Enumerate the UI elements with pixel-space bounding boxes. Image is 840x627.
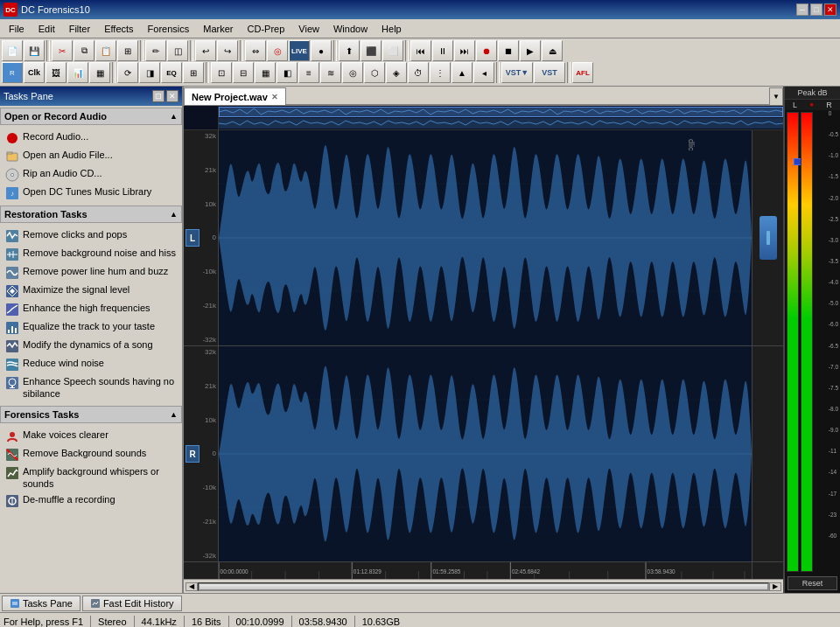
- pane-close-btn[interactable]: ✕: [166, 90, 178, 102]
- toolbar-fx1[interactable]: ⬛: [360, 40, 382, 61]
- toolbar-transport-play[interactable]: ▶: [520, 40, 541, 61]
- menu-file[interactable]: File: [2, 22, 32, 36]
- toolbar-paste[interactable]: 📋: [95, 40, 116, 61]
- toolbar-afl[interactable]: AFL: [572, 62, 593, 83]
- track-l-handle[interactable]: [760, 216, 777, 260]
- toolbar-vst[interactable]: VST▼: [501, 62, 533, 83]
- toolbar-r1[interactable]: R: [2, 62, 23, 83]
- tab-close-btn[interactable]: ✕: [271, 93, 278, 101]
- scroll-right-btn[interactable]: ▶: [769, 582, 781, 591]
- bottom-tab-history[interactable]: Fast Edit History: [82, 596, 182, 611]
- toolbar-transport-stop[interactable]: ⏹: [498, 40, 519, 61]
- pane-controls[interactable]: ⊡ ✕: [152, 90, 178, 102]
- section-forensics[interactable]: Forensics Tasks ▲: [0, 406, 182, 423]
- menu-help[interactable]: Help: [374, 22, 409, 36]
- toolbar-t10[interactable]: ⬡: [364, 62, 385, 83]
- pane-float-btn[interactable]: ⊡: [152, 90, 164, 102]
- toolbar-pencil[interactable]: ✏: [145, 40, 166, 61]
- task-remove-noise[interactable]: Remove background noise and hiss: [0, 245, 182, 263]
- toolbar-transport-end[interactable]: ⏏: [542, 40, 563, 61]
- toolbar-graph[interactable]: 📊: [67, 62, 88, 83]
- h-scroll-thumb[interactable]: [199, 583, 768, 590]
- menu-cdprep[interactable]: CD-Prep: [241, 22, 292, 36]
- toolbar-select[interactable]: ⇔: [245, 40, 266, 61]
- toolbar-save[interactable]: 💾: [24, 40, 45, 61]
- task-voices-clearer[interactable]: Make voices clearer: [0, 427, 182, 445]
- close-button[interactable]: ✕: [824, 3, 836, 16]
- task-open-file[interactable]: Open an Audio File...: [0, 147, 182, 165]
- toolbar-vst2[interactable]: VST: [534, 62, 565, 83]
- toolbar-record2[interactable]: ●: [311, 40, 332, 61]
- task-rip-cd[interactable]: Rip an Audio CD...: [0, 165, 182, 184]
- toolbar-t6[interactable]: ▦: [255, 62, 276, 83]
- menu-effects[interactable]: Effects: [97, 22, 140, 36]
- toolbar-eraser[interactable]: ◫: [167, 40, 188, 61]
- toolbar-t11[interactable]: ◈: [386, 62, 407, 83]
- toolbar-click[interactable]: Clk: [24, 62, 45, 83]
- task-open-tunes[interactable]: ♪ Open DC Tunes Music Library: [0, 184, 182, 202]
- toolbar-t4[interactable]: ⊡: [211, 62, 232, 83]
- task-demuffle[interactable]: De-muffle a recording: [0, 491, 182, 510]
- minimize-button[interactable]: ─: [796, 3, 808, 16]
- bottom-tab-tasks[interactable]: Tasks Pane: [2, 596, 80, 611]
- h-scroll-track[interactable]: [198, 582, 769, 591]
- task-maximize-signal[interactable]: Maximize the signal level: [0, 282, 182, 300]
- toolbar-eq[interactable]: EQ: [161, 62, 182, 83]
- section-restoration[interactable]: Restoration Tasks ▲: [0, 206, 182, 223]
- toolbar-bar[interactable]: ▦: [89, 62, 110, 83]
- menu-filter[interactable]: Filter: [62, 22, 97, 36]
- toolbar-undo[interactable]: ↩: [195, 40, 216, 61]
- task-equalize[interactable]: Equalize the track to your taste: [0, 318, 182, 337]
- task-speech[interactable]: Enhance Speech sounds having no sibilanc…: [0, 373, 182, 402]
- toolbar-lasso[interactable]: ◎: [267, 40, 288, 61]
- toolbar-transport-rec[interactable]: ⏺: [476, 40, 497, 61]
- window-controls[interactable]: ─ □ ✕: [796, 3, 836, 16]
- toolbar-t13[interactable]: ⋮: [430, 62, 451, 83]
- task-remove-hum[interactable]: Remove power line hum and buzz: [0, 263, 182, 282]
- menu-view[interactable]: View: [291, 22, 326, 36]
- menu-marker[interactable]: Marker: [196, 22, 240, 36]
- toolbar-cut[interactable]: ✂: [52, 40, 73, 61]
- menu-edit[interactable]: Edit: [32, 22, 62, 36]
- task-record-audio[interactable]: Record Audio...: [0, 129, 182, 147]
- task-remove-clicks[interactable]: Remove clicks and pops: [0, 226, 182, 245]
- toolbar-t5[interactable]: ⊟: [233, 62, 254, 83]
- toolbar-t1[interactable]: ⟳: [117, 62, 138, 83]
- toolbar-transport-pause[interactable]: ⏸: [432, 40, 453, 61]
- status-sep-3: [184, 616, 185, 628]
- toolbar-img[interactable]: 🖼: [46, 62, 66, 83]
- title-bar-left: DC DC Forensics10: [4, 3, 90, 17]
- menu-window[interactable]: Window: [326, 22, 374, 36]
- toolbar-spectrum[interactable]: ≋: [320, 62, 341, 83]
- toolbar-copy[interactable]: ⧉: [74, 40, 94, 61]
- section-arrow-3: ▲: [170, 410, 178, 419]
- toolbar-transport-rew[interactable]: ⏮: [410, 40, 431, 61]
- toolbar-fx2[interactable]: ⬜: [382, 40, 403, 61]
- toolbar-t2[interactable]: ◨: [139, 62, 160, 83]
- maximize-button[interactable]: □: [810, 3, 822, 16]
- task-enhance-high[interactable]: Enhance the high frequencies: [0, 300, 182, 318]
- toolbar-t15[interactable]: ◂: [473, 62, 494, 83]
- toolbar-t7[interactable]: ◧: [276, 62, 298, 83]
- toolbar-new[interactable]: 📄: [2, 40, 23, 61]
- toolbar-t9[interactable]: ◎: [342, 62, 363, 83]
- toolbar-transport-fwd[interactable]: ⏭: [454, 40, 475, 61]
- task-remove-bg-sounds[interactable]: Remove Background sounds: [0, 445, 182, 463]
- toolbar-t3[interactable]: ⊞: [183, 62, 204, 83]
- menu-forensics[interactable]: Forensics: [141, 22, 197, 36]
- section-open-record[interactable]: Open or Record Audio ▲: [0, 108, 182, 125]
- toolbar-redo[interactable]: ↪: [217, 40, 238, 61]
- toolbar-t14[interactable]: ▲: [452, 62, 472, 83]
- vu-reset-btn[interactable]: Reset: [788, 576, 837, 590]
- scroll-left-btn[interactable]: ◀: [186, 582, 198, 591]
- toolbar-t12[interactable]: ⏱: [408, 62, 429, 83]
- toolbar-paste2[interactable]: ⊞: [117, 40, 138, 61]
- toolbar-zoom-in[interactable]: ⬆: [339, 40, 360, 61]
- task-amplify-bg[interactable]: Amplify background whispers or sounds: [0, 463, 182, 492]
- toolbar-t8[interactable]: ≡: [298, 62, 319, 83]
- tab-project[interactable]: New Project.wav ✕: [184, 87, 286, 105]
- toolbar-live[interactable]: LIVE: [289, 40, 310, 61]
- tab-scroll-btn[interactable]: ▼: [769, 87, 783, 105]
- task-dynamics[interactable]: Modify the dynamics of a song: [0, 337, 182, 355]
- task-wind[interactable]: Reduce wind noise: [0, 355, 182, 373]
